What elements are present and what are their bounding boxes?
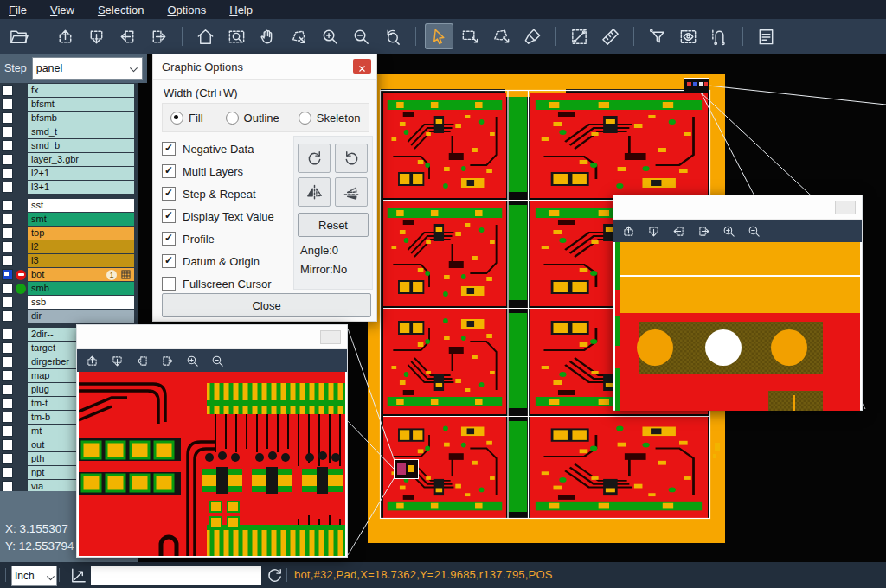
layer-visibility-checkbox[interactable] <box>2 283 13 294</box>
pan-left-button[interactable] <box>671 223 686 239</box>
pan-right-button[interactable] <box>159 353 175 368</box>
layer-visibility-checkbox[interactable] <box>2 412 13 423</box>
zoom-in-button[interactable] <box>184 353 200 368</box>
layer-row-l2+1[interactable]: l2+1 <box>0 167 138 180</box>
zoom-window-button[interactable] <box>222 23 251 49</box>
ruler-button[interactable] <box>596 23 625 49</box>
menu-item-selection[interactable]: Selection <box>98 3 144 16</box>
corner-snap-icon[interactable] <box>68 566 87 585</box>
select-arrow-button[interactable] <box>425 23 453 49</box>
brush-button[interactable] <box>518 23 547 49</box>
layer-visibility-checkbox[interactable] <box>2 439 13 451</box>
option-datum-origin[interactable]: ✓Datum & Origin <box>162 253 260 269</box>
mirror-vertical-button[interactable] <box>335 177 368 207</box>
refresh-icon[interactable] <box>265 566 284 585</box>
layer-visibility-checkbox[interactable] <box>2 297 13 308</box>
reset-button[interactable]: Reset <box>298 213 369 237</box>
layer-visibility-checkbox[interactable] <box>2 214 13 225</box>
layer-row-bfsmb[interactable]: bfsmb <box>0 112 138 125</box>
select-polygon-button[interactable] <box>487 23 516 49</box>
pan-up-button[interactable] <box>51 23 80 49</box>
menu-item-help[interactable]: Help <box>229 3 253 16</box>
unit-dropdown[interactable]: Inch <box>11 566 57 586</box>
layer-visibility-checkbox[interactable] <box>2 467 13 478</box>
layer-row-l3+1[interactable]: l3+1 <box>0 181 138 194</box>
layer-visibility-checkbox[interactable] <box>2 356 13 368</box>
layer-row-sst[interactable]: sst <box>0 199 138 212</box>
layer-visibility-checkbox[interactable] <box>2 384 13 395</box>
zoom-out-button[interactable] <box>746 223 761 239</box>
layer-row-bot[interactable]: bot1 <box>0 268 138 281</box>
layer-visibility-checkbox[interactable] <box>2 112 13 124</box>
layer-row-smd_b[interactable]: smd_b <box>0 139 138 152</box>
rotate-ccw-button[interactable] <box>335 144 368 173</box>
option-fullscreen-cursor[interactable]: Fullscreen Cursor <box>162 276 272 291</box>
layer-visibility-checkbox[interactable] <box>2 168 13 179</box>
layer-visibility-checkbox[interactable] <box>2 182 13 193</box>
pan-hand-button[interactable] <box>254 23 282 49</box>
zoom-window-titlebar[interactable] <box>77 325 347 349</box>
layer-visibility-checkbox[interactable] <box>2 342 13 354</box>
command-input[interactable] <box>91 566 261 585</box>
layer-row-dir[interactable]: dir <box>0 310 138 323</box>
pan-up-button[interactable] <box>620 223 636 239</box>
zoom-window-button[interactable] <box>320 330 341 344</box>
layer-visibility-checkbox[interactable] <box>2 398 13 409</box>
pan-down-button[interactable] <box>645 223 661 239</box>
pan-down-button[interactable] <box>82 23 111 49</box>
layer-row-fx[interactable]: fx <box>0 84 138 97</box>
zoom-window-button[interactable] <box>835 201 856 214</box>
pan-down-button[interactable] <box>109 353 125 368</box>
layer-visibility-checkbox[interactable] <box>2 269 13 280</box>
menu-item-file[interactable]: File <box>9 3 27 16</box>
layer-visibility-checkbox[interactable] <box>2 453 13 464</box>
zoom-window-view[interactable] <box>615 242 860 411</box>
pan-right-button[interactable] <box>696 223 711 239</box>
layer-row-top[interactable]: top <box>0 227 138 240</box>
mirror-horizontal-button[interactable] <box>298 177 331 207</box>
home-view-button[interactable] <box>191 23 220 49</box>
layer-visibility-checkbox[interactable] <box>2 85 13 96</box>
zoom-polygon-button[interactable] <box>285 23 313 49</box>
option-display-text-value[interactable]: ✓Display Text Value <box>162 208 274 224</box>
dialog-titlebar[interactable]: Graphic Options <box>153 54 376 80</box>
layer-row-l2[interactable]: l2 <box>0 240 138 253</box>
option-step-repeat[interactable]: ✓Step & Repeat <box>162 186 256 201</box>
width-mode-outline[interactable]: Outline <box>226 112 279 125</box>
pan-right-button[interactable] <box>144 23 173 49</box>
zoom-window-view[interactable] <box>79 372 345 556</box>
pan-up-button[interactable] <box>84 353 100 368</box>
menu-item-view[interactable]: View <box>50 3 74 16</box>
option-negative-data[interactable]: ✓Negative Data <box>162 141 254 157</box>
width-mode-skeleton[interactable]: Skeleton <box>299 112 361 125</box>
layer-visibility-checkbox[interactable] <box>2 329 13 340</box>
select-rect-button[interactable] <box>456 23 485 49</box>
layer-row-smb[interactable]: smb <box>0 282 138 295</box>
zoom-window-right[interactable] <box>613 195 863 411</box>
layer-visibility-checkbox[interactable] <box>2 126 13 137</box>
layer-row-ssb[interactable]: ssb <box>0 296 138 309</box>
layer-visibility-checkbox[interactable] <box>2 310 13 322</box>
layer-row-smt[interactable]: smt <box>0 213 138 226</box>
layer-visibility-checkbox[interactable] <box>2 99 13 110</box>
layer-visibility-checkbox[interactable] <box>2 154 13 165</box>
layer-row-l3[interactable]: l3 <box>0 254 138 267</box>
layer-visibility-checkbox[interactable] <box>2 425 13 437</box>
layer-visibility-checkbox[interactable] <box>2 370 13 381</box>
filter-button[interactable] <box>643 23 671 49</box>
measure-line-button[interactable] <box>565 23 594 49</box>
layer-visibility-checkbox[interactable] <box>2 200 13 211</box>
zoom-in-button[interactable] <box>721 223 736 239</box>
step-dropdown[interactable]: panel <box>32 57 143 80</box>
layer-visibility-checkbox[interactable] <box>2 140 13 151</box>
menu-item-options[interactable]: Options <box>167 3 206 16</box>
option-multi-layers[interactable]: ✓Multi Layers <box>162 163 243 179</box>
zoom-previous-button[interactable] <box>378 23 407 49</box>
layer-row-bfsmt[interactable]: bfsmt <box>0 98 138 111</box>
zoom-out-button[interactable] <box>209 353 225 368</box>
dialog-close-button[interactable] <box>353 59 371 74</box>
layer-row-layer_3.gbr[interactable]: layer_3.gbr <box>0 153 138 166</box>
close-button[interactable]: Close <box>162 293 371 317</box>
pan-left-button[interactable] <box>113 23 142 49</box>
open-folder-button[interactable] <box>4 23 33 49</box>
